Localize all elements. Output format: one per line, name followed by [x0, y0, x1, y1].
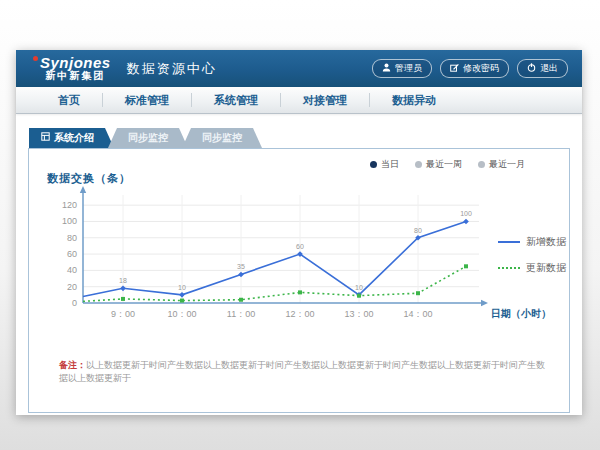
header-action-label: 管理员: [395, 62, 422, 75]
svg-text:60: 60: [67, 249, 77, 259]
radio-icon: [370, 161, 377, 168]
svg-text:120: 120: [62, 200, 77, 210]
time-filter-group: 当日最近一周最近一月: [370, 158, 525, 171]
line-chart: 0204060801001209：0010：0011：0012：0013：001…: [51, 181, 526, 333]
svg-text:20: 20: [67, 282, 77, 292]
tab-2[interactable]: 同步监控: [182, 128, 262, 148]
time-filter-0[interactable]: 当日: [370, 158, 399, 171]
radio-icon: [415, 161, 422, 168]
svg-text:35: 35: [237, 263, 245, 270]
logo-wordmark: Synjones: [40, 55, 111, 71]
svg-text:0: 0: [72, 298, 77, 308]
user-icon: [382, 63, 391, 74]
page-title: 数据资源中心: [127, 60, 217, 78]
svg-text:100: 100: [460, 210, 472, 217]
header-action-label: 退出: [540, 62, 558, 75]
nav-item-0[interactable]: 首页: [36, 93, 103, 107]
tab-icon: [41, 128, 50, 148]
header-actions: 管理员修改密码退出: [372, 59, 568, 78]
svg-text:11：00: 11：00: [227, 309, 255, 319]
header-action-power[interactable]: 退出: [517, 59, 568, 78]
tab-label: 同步监控: [202, 128, 242, 148]
nav-item-2[interactable]: 系统管理: [192, 93, 281, 107]
time-filter-label: 最近一月: [489, 158, 525, 171]
app-header: Synjones 新中新集团 数据资源中心 管理员修改密码退出: [16, 50, 582, 87]
svg-text:80: 80: [414, 227, 422, 234]
time-filter-label: 最近一周: [426, 158, 462, 171]
svg-text:13：00: 13：00: [344, 309, 373, 319]
time-filter-1[interactable]: 最近一周: [415, 158, 462, 171]
nav-item-3[interactable]: 对接管理: [281, 93, 370, 107]
nav-item-4[interactable]: 数据异动: [370, 93, 458, 107]
legend-swatch: [498, 241, 520, 243]
main-nav: 首页标准管理系统管理对接管理数据异动: [16, 87, 582, 114]
footnote-text: 以上数据更新于时间产生数据以上数据更新于时间产生数据以上数据更新于时间产生数据以…: [59, 360, 545, 383]
time-filter-2[interactable]: 最近一月: [478, 158, 525, 171]
tab-0[interactable]: 系统介绍: [29, 128, 114, 148]
tab-label: 同步监控: [128, 128, 168, 148]
radio-icon: [478, 161, 485, 168]
svg-text:10：00: 10：00: [167, 309, 196, 319]
content-area: 系统介绍同步监控同步监控 当日最近一周最近一月 数据交换（条） 02040608…: [16, 114, 582, 413]
legend-item-1: 更新数据: [498, 261, 566, 275]
svg-text:10: 10: [178, 284, 186, 291]
legend-label: 新增数据: [526, 235, 566, 249]
chart-legend: 新增数据更新数据: [498, 235, 566, 275]
svg-text:60: 60: [296, 243, 304, 250]
app-window: Synjones 新中新集团 数据资源中心 管理员修改密码退出 首页标准管理系统…: [16, 50, 582, 415]
tab-1[interactable]: 同步监控: [108, 128, 188, 148]
logo-text-en: Synjones: [40, 54, 111, 71]
svg-text:14：00: 14：00: [403, 309, 432, 319]
svg-text:12：00: 12：00: [285, 309, 314, 319]
legend-swatch: [498, 267, 520, 269]
header-action-edit[interactable]: 修改密码: [440, 59, 509, 78]
logo-accent-dot: [33, 56, 38, 61]
power-icon: [527, 63, 536, 74]
content-panel: 当日最近一周最近一月 数据交换（条） 0204060801001209：0010…: [28, 148, 570, 413]
tab-bar: 系统介绍同步监控同步监控: [29, 128, 570, 148]
svg-text:18: 18: [119, 277, 127, 284]
time-filter-label: 当日: [381, 158, 399, 171]
tab-label: 系统介绍: [54, 128, 94, 148]
svg-text:80: 80: [67, 233, 77, 243]
svg-text:9：00: 9：00: [111, 309, 135, 319]
edit-icon: [450, 63, 459, 74]
legend-label: 更新数据: [526, 261, 566, 275]
footnote-label: 备注：: [59, 360, 86, 370]
legend-item-0: 新增数据: [498, 235, 566, 249]
svg-text:日期（小时）: 日期（小时）: [491, 308, 551, 319]
footnote: 备注：以上数据更新于时间产生数据以上数据更新于时间产生数据以上数据更新于时间产生…: [59, 359, 569, 384]
brand-logo: Synjones 新中新集团: [40, 55, 111, 81]
header-action-label: 修改密码: [463, 62, 499, 75]
nav-item-1[interactable]: 标准管理: [103, 93, 192, 107]
svg-text:100: 100: [62, 216, 77, 226]
header-action-user[interactable]: 管理员: [372, 59, 432, 78]
logo-text-cn: 新中新集团: [40, 71, 111, 82]
svg-text:10: 10: [355, 284, 363, 291]
svg-text:40: 40: [67, 265, 77, 275]
